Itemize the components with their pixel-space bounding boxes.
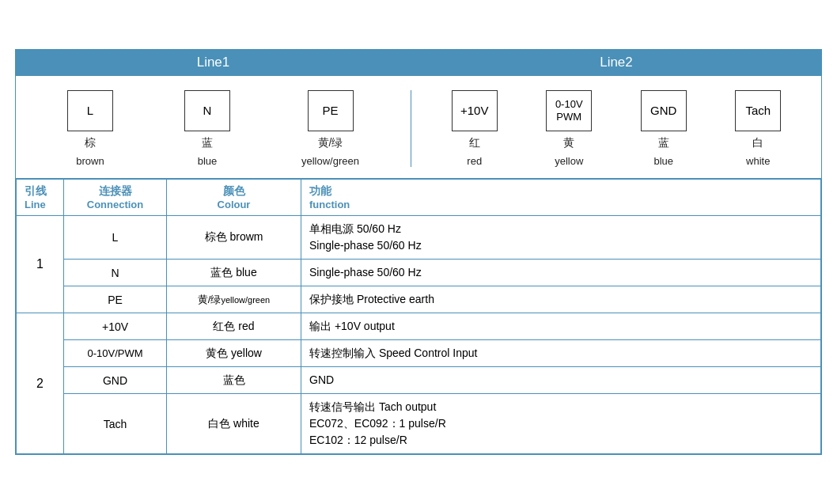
main-container: Line1 Line2 L 棕 brown N 蓝 blue PE 黄/绿 ye… [15,49,822,455]
function-Tach2: 转速信号输出 Tach output EC072、EC092：1 pulse/R… [301,394,821,454]
connector-zh-GND: 蓝 [658,136,669,150]
connector-en-N: blue [198,155,218,167]
connector-N: N 蓝 blue [184,90,230,167]
connector-box-PWM: 0-10VPWM [546,90,592,131]
connector-zh-10V: 红 [469,136,480,150]
table-row-2-GND: GND 蓝色 GND [17,367,821,394]
th-function-zh: 功能 [309,184,812,199]
function-N: Single-phase 50/60 Hz [301,260,821,286]
colour-PE: 黄/绿yellow/green [167,286,301,313]
connector-box-GND: GND [641,90,687,131]
connector-zh-PWM: 黄 [563,136,574,150]
connector-PE: PE 黄/绿 yellow/green [301,90,359,167]
connection-N: N [64,260,167,286]
header-line2: Line2 [411,50,821,75]
connector-en-GND: blue [653,155,673,167]
connector-box-L: L [67,90,113,131]
connector-zh-Tach: 白 [752,136,763,150]
table-row-2-10V: 2 +10V 红色 red 输出 +10V output [17,313,821,340]
table-row-1-L: 1 L 棕色 browm 单相电源 50/60 HzSingle-phase 5… [17,216,821,260]
colour-N: 蓝色 blue [167,260,301,286]
th-line-zh: 引线 [25,184,55,199]
colour-10V: 红色 red [167,313,301,340]
connection-L: L [64,216,167,260]
table-row-1-PE: PE 黄/绿yellow/green 保护接地 Protective earth [17,286,821,313]
table-row-2-Tach: Tach 白色 white 转速信号输出 Tach output EC072、E… [17,394,821,454]
th-function-en: function [309,199,812,210]
connector-box-10V: +10V [452,90,498,131]
diagram-line1: L 棕 brown N 蓝 blue PE 黄/绿 yellow/green [16,90,411,167]
connector-box-N: N [184,90,230,131]
function-L: 单相电源 50/60 HzSingle-phase 50/60 Hz [301,216,821,260]
th-connection: 连接器 Connection [64,180,167,216]
th-connection-zh: 连接器 [72,184,158,199]
function-PE: 保护接地 Protective earth [301,286,821,313]
line-1-number: 1 [17,216,64,313]
table-section: 引线 Line 连接器 Connection 颜色 Colour 功能 func… [16,179,821,454]
th-colour-en: Colour [175,199,293,210]
connector-en-PWM: yellow [555,155,583,167]
table-header-row: 引线 Line 连接器 Connection 颜色 Colour 功能 func… [17,180,821,216]
colour-GND2: 蓝色 [167,367,301,394]
connector-en-L: brown [76,155,104,167]
th-colour: 颜色 Colour [167,180,301,216]
colour-Tach2: 白色 white [167,394,301,454]
connector-Tach: Tach 白 white [735,90,781,167]
connector-L: L 棕 brown [67,90,113,167]
connector-box-Tach: Tach [735,90,781,131]
connector-zh-N: 蓝 [202,136,213,150]
th-line: 引线 Line [17,180,64,216]
connector-zh-L: 棕 [85,136,96,150]
connector-en-Tach: white [746,155,770,167]
th-connection-en: Connection [72,199,158,210]
th-function: 功能 function [301,180,821,216]
connection-PE: PE [64,286,167,313]
header-line1: Line1 [16,50,411,75]
function-PWM: 转速控制输入 Speed Control Input [301,340,821,367]
line-2-number: 2 [17,313,64,454]
colour-PWM: 黄色 yellow [167,340,301,367]
main-table: 引线 Line 连接器 Connection 颜色 Colour 功能 func… [16,179,821,454]
table-row-1-N: N 蓝色 blue Single-phase 50/60 Hz [17,260,821,286]
connector-en-10V: red [467,155,482,167]
connector-en-PE: yellow/green [301,155,359,167]
connector-box-PE: PE [308,90,354,131]
connector-PWM: 0-10VPWM 黄 yellow [546,90,592,167]
colour-L: 棕色 browm [167,216,301,260]
th-line-en: Line [25,199,55,210]
connection-PWM: 0-10V/PWM [64,340,167,367]
function-10V: 输出 +10V output [301,313,821,340]
table-row-2-PWM: 0-10V/PWM 黄色 yellow 转速控制输入 Speed Control… [17,340,821,367]
connector-GND: GND 蓝 blue [641,90,687,167]
diagram-line2: +10V 红 red 0-10VPWM 黄 yellow GND 蓝 blue … [411,90,821,167]
header-row: Line1 Line2 [16,50,821,76]
th-colour-zh: 颜色 [175,184,293,199]
function-GND2: GND [301,367,821,394]
connection-10V: +10V [64,313,167,340]
diagram-row: L 棕 brown N 蓝 blue PE 黄/绿 yellow/green +… [16,76,821,179]
connection-Tach2: Tach [64,394,167,454]
connector-zh-PE: 黄/绿 [318,136,343,150]
connection-GND2: GND [64,367,167,394]
connector-10V: +10V 红 red [452,90,498,167]
